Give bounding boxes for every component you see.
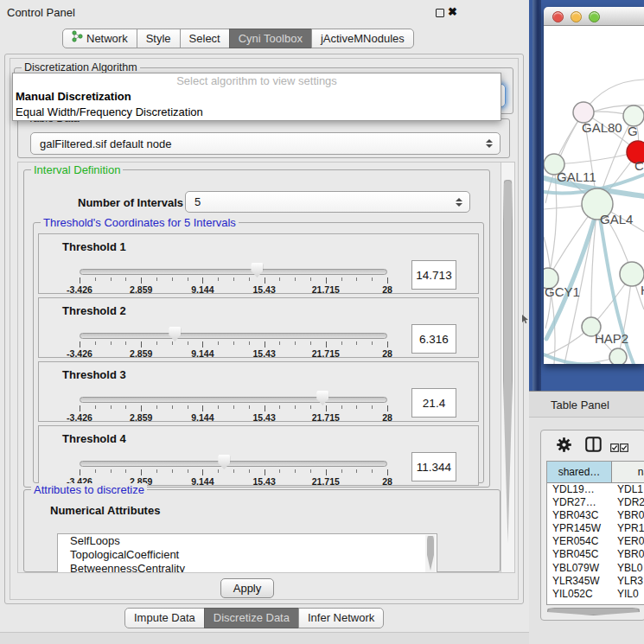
table-row[interactable]: YDL19…YDL1 [547, 483, 644, 496]
tick-label: 9.144 [191, 412, 214, 423]
columns-icon[interactable] [585, 437, 602, 456]
cell-shared-name[interactable]: YDR27… [547, 496, 612, 509]
cell-shared-name[interactable]: YLR345W [547, 575, 612, 588]
cell-shared-name[interactable]: YBR045C [547, 548, 612, 561]
table-row[interactable]: YPR145WYPR1 [547, 522, 644, 535]
network-canvas[interactable]: GAL80GCGAL11GAL4GCY1HHAP2 [544, 26, 644, 364]
graph-node-bottom-node[interactable] [609, 348, 627, 364]
slider-thumb[interactable] [218, 455, 230, 469]
table-data-combo-value: galFiltered.sif default node [40, 137, 171, 150]
frame-edge [532, 0, 541, 391]
table-row[interactable]: YBL079WYBL0 [547, 562, 644, 575]
table-row[interactable]: YIL052CYIL0 [547, 588, 644, 601]
checkbox-icon[interactable] [620, 440, 628, 456]
tick-label: 28 [382, 284, 392, 295]
tab-impute-data[interactable]: Impute Data [124, 608, 205, 628]
tick-mark [188, 341, 188, 345]
slider-track[interactable] [80, 461, 387, 467]
scrollbar-thumb[interactable] [503, 180, 513, 543]
slider-track[interactable] [80, 397, 387, 403]
threshold-value-field[interactable]: 21.4 [411, 388, 456, 418]
scrollbar-thumb[interactable] [427, 536, 434, 571]
float-window-icon[interactable] [436, 9, 444, 17]
tab-discretize-data[interactable]: Discretize Data [204, 608, 299, 628]
close-traffic-light[interactable] [552, 11, 564, 22]
slider-track[interactable] [80, 269, 387, 275]
cell-name[interactable]: YDL1 [612, 483, 644, 496]
checkbox-icon[interactable] [610, 440, 619, 456]
node-attribute-table[interactable]: shared… na YDL19…YDL1YDR27…YDR2YBR043CYB… [546, 461, 644, 605]
scrollbar-thumb[interactable] [547, 608, 640, 615]
cell-name[interactable]: YBR0 [612, 509, 644, 522]
tab-network[interactable]: Network [62, 29, 137, 48]
tick-mark [356, 341, 357, 345]
column-header-name[interactable]: na [612, 462, 644, 482]
network-view-window: GAL80GCGAL11GAL4GCY1HHAP2 [544, 7, 644, 364]
tick-mark [95, 469, 96, 473]
cell-shared-name[interactable]: YPR145W [547, 522, 612, 535]
tick-mark [341, 405, 342, 409]
table-row[interactable]: YER054CYER0 [547, 535, 644, 548]
tab-label: Style [146, 29, 171, 48]
tick-mark [356, 405, 357, 409]
num-intervals-combo[interactable]: 5 [185, 191, 470, 213]
table-row[interactable]: YLR345WYLR3 [547, 575, 644, 588]
cell-shared-name[interactable]: YBR043C [547, 509, 612, 522]
tab-style[interactable]: Style [137, 29, 181, 48]
slider-track[interactable] [80, 333, 387, 339]
table-row[interactable]: YDR27…YDR2 [547, 496, 644, 509]
cell-name[interactable]: YLR3 [612, 575, 644, 588]
threshold-value-field[interactable]: 14.713 [411, 260, 456, 290]
apply-button[interactable]: Apply [220, 578, 274, 598]
dropdown-option-manual[interactable]: Manual Discretization [13, 89, 501, 105]
cell-name[interactable]: YDR2 [612, 496, 644, 509]
dropdown-option-equal-width[interactable]: Equal Width/Frequency Discretization [13, 105, 501, 120]
tick-mark [172, 469, 173, 473]
cell-name[interactable]: YIL0 [612, 588, 644, 601]
zoom-traffic-light[interactable] [589, 11, 600, 22]
numerical-attributes-list[interactable]: SelfLoopsTopologicalCoefficientBetweenne… [57, 533, 437, 573]
attribute-list-item[interactable]: TopologicalCoefficient [58, 548, 437, 562]
slider-thumb[interactable] [169, 327, 181, 341]
threshold-value-field[interactable]: 6.316 [411, 324, 456, 354]
minimize-traffic-light[interactable] [571, 11, 582, 22]
control-panel: Control Panel ✖ NetworkStyleSelectCyni T… [0, 0, 529, 644]
graph-node-label: HAP2 [595, 331, 628, 346]
attribute-list-item[interactable]: SelfLoops [58, 534, 437, 548]
tick-mark [188, 277, 188, 281]
tick-mark [172, 405, 173, 409]
group-legend: Interval Definition [31, 163, 123, 176]
cell-name[interactable]: YBL0 [612, 562, 644, 575]
tick-mark [233, 405, 234, 409]
cell-shared-name[interactable]: YIL052C [547, 588, 612, 601]
horizontal-scrollbar[interactable] [546, 608, 643, 616]
attribute-list-item[interactable]: BetweennessCentrality [58, 562, 437, 573]
list-scrollbar[interactable] [425, 535, 436, 572]
group-legend: Attributes to discretize [31, 483, 147, 496]
tab-cyni-toolbox[interactable]: Cyni Toolbox [229, 29, 312, 48]
cell-shared-name[interactable]: YBL079W [547, 562, 612, 575]
network-window-titlebar[interactable] [544, 7, 644, 26]
tick-mark [141, 405, 142, 411]
column-header-shared-name[interactable]: shared… [547, 462, 612, 482]
cell-shared-name[interactable]: YDL19… [547, 483, 612, 496]
table-data-combo[interactable]: galFiltered.sif default node [30, 132, 501, 155]
tab-jactivemnodules[interactable]: jActiveMNodules [311, 29, 414, 48]
tab-select[interactable]: Select [180, 29, 230, 48]
table-row[interactable]: YBR045CYBR0 [547, 548, 644, 561]
tick-mark [326, 469, 327, 475]
cell-shared-name[interactable]: YER054C [547, 535, 612, 548]
cell-name[interactable]: YER0 [612, 535, 644, 548]
slider-thumb[interactable] [316, 391, 328, 405]
cell-name[interactable]: YPR1 [612, 522, 644, 535]
close-icon[interactable]: ✖ [448, 5, 457, 18]
tick-mark [141, 277, 142, 284]
slider-thumb[interactable] [251, 263, 263, 277]
vertical-scrollbar[interactable] [501, 163, 514, 572]
threshold-value-field[interactable]: 11.344 [411, 452, 456, 481]
tick-mark [279, 341, 280, 345]
cell-name[interactable]: YBR0 [612, 548, 644, 561]
tab-infer-network[interactable]: Infer Network [298, 608, 384, 628]
table-row[interactable]: YBR043CYBR0 [547, 509, 644, 522]
gear-icon[interactable] [557, 437, 571, 456]
